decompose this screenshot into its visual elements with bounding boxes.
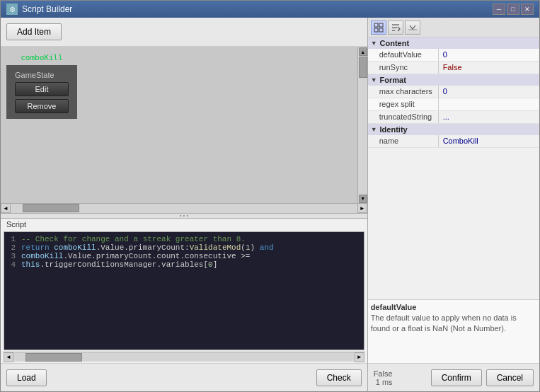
right-panel: ▼ Content defaultValue 0 runSync False ▼… [368, 18, 539, 391]
scroll-left-arrow[interactable]: ◄ [1, 203, 11, 213]
svg-rect-1 [379, 23, 383, 27]
props-row-defaultvalue: defaultValue 0 [368, 49, 539, 62]
props-key: runSync [368, 62, 439, 74]
description-box: defaultValue The default value to apply … [368, 299, 539, 363]
description-title: defaultValue [371, 303, 536, 311]
bottom-bar-right: False 1 ms Confirm Cancel [368, 363, 539, 391]
properties-grid: ▼ Content defaultValue 0 runSync False ▼… [368, 38, 539, 299]
line-number: 1 [7, 235, 16, 243]
format-section-header[interactable]: ▼ Format [368, 74, 539, 86]
scroll-thumb-h[interactable] [23, 204, 79, 212]
left-panel: Add Item comboKill GameState Edit Remove… [1, 18, 368, 391]
check-button[interactable]: Check [316, 369, 362, 386]
filter-button[interactable] [405, 21, 420, 35]
scroll-down-arrow[interactable]: ▼ [359, 195, 367, 203]
code-line-1: 1 -- Check for change and a streak great… [7, 235, 361, 243]
format-section-title: Format [380, 76, 406, 84]
code-text: comboKill.Value.primaryCount.count.conse… [21, 252, 250, 260]
content-arrow: ▼ [371, 40, 377, 47]
identity-section-header[interactable]: ▼ Identity [368, 124, 539, 135]
code-line-3: 3 comboKill.Value.primaryCount.count.con… [7, 252, 361, 260]
grid-view-button[interactable] [371, 21, 386, 35]
item-content: GameState Edit Remove [6, 65, 77, 119]
line-number: 4 [7, 260, 16, 269]
bottom-bar-left: Load Check [1, 363, 367, 391]
code-scroll-left-arrow[interactable]: ◄ [4, 352, 13, 362]
remove-button[interactable]: Remove [15, 99, 69, 113]
code-h-scrollbar[interactable]: ◄ ► [4, 352, 364, 362]
item-type: GameState [15, 71, 69, 79]
props-key: defaultValue [368, 49, 439, 61]
props-key: truncatedString [368, 111, 439, 123]
title-bar: ⚙ Script Builder ─ □ ✕ [1, 1, 539, 18]
props-row-maxchars: max characters 0 [368, 86, 539, 98]
props-value-runsync: False [439, 62, 539, 74]
window-icon: ⚙ [6, 4, 18, 15]
items-h-scrollbar[interactable]: ◄ ► [1, 203, 367, 213]
load-button[interactable]: Load [6, 369, 47, 386]
identity-section-title: Identity [380, 125, 408, 134]
props-value-maxchars: 0 [439, 86, 539, 98]
identity-arrow: ▼ [371, 126, 377, 133]
props-value-name: ComboKill [439, 135, 539, 147]
main-window: ⚙ Script Builder ─ □ ✕ Add Item comboKil… [0, 0, 540, 392]
props-key: name [368, 135, 439, 147]
title-bar-left: ⚙ Script Builder [6, 4, 72, 15]
code-text: this.triggerConditionsManager.variables[… [21, 260, 217, 269]
status-area: False 1 ms [374, 369, 393, 386]
code-scroll-thumb-h[interactable] [25, 353, 82, 362]
confirm-button[interactable]: Confirm [431, 369, 482, 386]
content-section-title: Content [380, 39, 410, 47]
code-editor[interactable]: 1 -- Check for change and a streak great… [4, 231, 364, 351]
svg-rect-0 [374, 23, 378, 27]
resize-handle[interactable]: • • • [1, 213, 367, 219]
vertical-scrollbar[interactable]: ▲ ▼ [357, 47, 367, 203]
props-row-regexsplit: regex split [368, 98, 539, 111]
script-section: Script 1 -- Check for change and a strea… [1, 219, 367, 364]
code-scroll-right-arrow[interactable]: ► [355, 352, 364, 362]
format-arrow: ▼ [371, 76, 377, 83]
grid-icon [374, 23, 384, 33]
content-section-header[interactable]: ▼ Content [368, 38, 539, 49]
props-key: max characters [368, 86, 439, 98]
close-button[interactable]: ✕ [521, 4, 534, 15]
code-line-2: 2 return comboKill.Value.primaryCount:Va… [7, 243, 361, 252]
status-false: False [374, 369, 393, 378]
sort-icon [391, 23, 401, 33]
props-value-defaultvalue: 0 [439, 49, 539, 61]
minimize-button[interactable]: ─ [493, 4, 505, 15]
title-bar-controls: ─ □ ✕ [493, 4, 534, 15]
script-label: Script [1, 219, 367, 230]
add-item-button[interactable]: Add Item [6, 23, 62, 40]
window-title: Script Builder [22, 4, 72, 14]
toolbar: Add Item [1, 18, 367, 47]
line-number: 3 [7, 252, 16, 260]
description-text: The default value to apply when no data … [371, 313, 536, 335]
status-ms: 1 ms [376, 378, 393, 386]
props-toolbar [368, 18, 539, 38]
scroll-up-arrow[interactable]: ▲ [359, 47, 367, 56]
svg-rect-3 [379, 28, 383, 32]
props-row-name: name ComboKill [368, 135, 539, 148]
sort-button[interactable] [388, 21, 403, 35]
items-area: comboKill GameState Edit Remove ▲ ▼ [1, 47, 367, 203]
code-text: -- Check for change and a streak greater… [21, 235, 246, 243]
edit-button[interactable]: Edit [15, 82, 69, 96]
cancel-button[interactable]: Cancel [486, 369, 534, 386]
maximize-button[interactable]: □ [507, 4, 519, 15]
scroll-right-arrow[interactable]: ► [357, 203, 367, 213]
props-key: regex split [368, 98, 439, 110]
item-block: comboKill GameState Edit Remove [6, 53, 77, 119]
props-value-truncated: ... [439, 111, 539, 123]
props-row-runsync: runSync False [368, 62, 539, 74]
code-text: return comboKill.Value.primaryCount:Vali… [21, 243, 274, 252]
main-content: Add Item comboKill GameState Edit Remove… [1, 18, 539, 391]
filter-icon [408, 23, 418, 33]
props-value-regexsplit [439, 98, 539, 110]
item-label: comboKill [21, 53, 63, 62]
svg-rect-2 [374, 28, 378, 32]
code-line-4: 4 this.triggerConditionsManager.variable… [7, 260, 361, 269]
line-number: 2 [7, 243, 16, 252]
props-row-truncated: truncatedString ... [368, 111, 539, 124]
scroll-thumb-v[interactable] [359, 57, 367, 78]
